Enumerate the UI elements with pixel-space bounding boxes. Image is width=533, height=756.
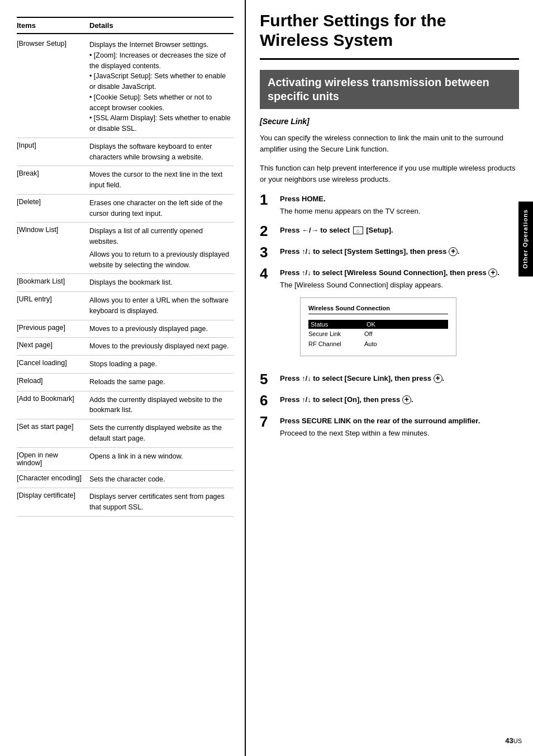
step-4: 4 Press ↑/↓ to select [Wireless Sound Co… [260,267,519,365]
item-name: [Open in new window] [17,451,89,467]
table-row: [Display certificate] Displays server ce… [17,488,234,517]
item-detail: Moves the cursor to the next line in the… [89,169,234,191]
item-name: [Set as start page] [17,423,89,444]
step-title: Press SECURE LINK on the rear of the sur… [280,415,519,427]
table-row: [Open in new window] Opens a link in a n… [17,448,234,471]
intro-text-1: You can specify the wireless connection … [260,133,519,155]
item-detail: Displays server certificates sent from p… [89,492,234,513]
table-row: [Character encoding] Sets the character … [17,471,234,489]
step-3: 3 Press ↑/↓ to select [System Settings],… [260,246,519,259]
col-items-header: Items [17,21,89,30]
item-detail: Moves to a previously displayed page. [89,324,234,334]
step-content: Press ↑/↓ to select [On], then press +. [280,394,519,405]
step-title: Press HOME. [280,193,519,205]
item-name: [Cancel loading] [17,359,89,370]
table-row: [Reload] Reloads the same page. [17,374,234,391]
item-name: [Previous page] [17,324,89,334]
step-number: 3 [260,245,280,259]
step-desc: The [Wireless Sound Connection] display … [280,280,519,291]
step-title: Press ↑/↓ to select [Secure Link], then … [280,373,519,384]
step-number: 7 [260,414,280,429]
table-row: [Next page] Moves to the previously disp… [17,338,234,356]
item-name: [Character encoding] [17,474,89,485]
item-detail: Erases one character on the left side of… [89,198,234,219]
item-detail: Displays the Internet Browser settings. … [89,40,234,134]
step-content: Press ↑/↓ to select [Secure Link], then … [280,373,519,384]
screen-row-secure-link: Secure Link Off [308,329,448,339]
item-name: [Window List] [17,226,89,270]
list-item: [JavaScript Setup]: Sets whether to enab… [89,71,234,92]
left-column: Items Details [Browser Setup] Displays t… [0,0,246,756]
item-detail: Displays the bookmark list. [89,277,234,288]
item-detail: Allows you to enter a URL when the softw… [89,295,234,316]
item-detail: Displays a list of all currently opened … [89,226,234,270]
item-name: [Reload] [17,377,89,388]
item-name: [Next page] [17,341,89,352]
screen-row-rf-channel: RF Channel Auto [308,339,448,349]
item-name: [Delete] [17,198,89,219]
item-detail: Moves to the previously displayed next p… [89,341,234,352]
table-row: [Delete] Erases one character on the lef… [17,195,234,223]
steps-container: 1 Press HOME. The home menu appears on t… [260,193,519,439]
chapter-title: Further Settings for the Wireless System [260,11,519,60]
circle-plus-icon: + [434,374,442,383]
item-name: [Input] [17,141,89,163]
step-content: Press ←/→ to select ⌂ [Setup]. [280,225,519,236]
step-desc: The home menu appears on the TV screen. [280,206,519,217]
step-6: 6 Press ↑/↓ to select [On], then press +… [260,394,519,408]
col-details-header: Details [89,21,234,30]
sub-heading: [Secure Link] [260,117,519,126]
table-row: [Cancel loading] Stops loading a page. [17,356,234,374]
table-row: [Set as start page] Sets the currently d… [17,419,234,448]
table-row: [Add to Bookmark] Adds the currently dis… [17,391,234,420]
item-name: [URL entry] [17,295,89,316]
step-title: Press ↑/↓ to select [System Settings], t… [280,246,519,257]
list-item: [Cookie Setup]: Sets whether or not to a… [89,92,234,114]
screen-mockup: Wireless Sound Connection Status OK Secu… [300,297,456,356]
screen-row-status: Status OK [308,320,448,329]
table-row: [Previous page] Moves to a previously di… [17,320,234,338]
item-detail: Stops loading a page. [89,359,234,370]
item-name: [Display certificate] [17,492,89,513]
item-detail: Sets the currently displayed website as … [89,423,234,444]
side-tab: Other Operations [518,201,533,276]
item-name: [Bookmark List] [17,277,89,288]
item-name: [Browser Setup] [17,40,89,134]
table-row: [Bookmark List] Displays the bookmark li… [17,274,234,292]
circle-plus-icon: + [449,247,458,256]
step-title: Press ↑/↓ to select [On], then press +. [280,394,519,405]
step-content: Press HOME. The home menu appears on the… [280,193,519,217]
step-number: 6 [260,393,280,408]
step-5: 5 Press ↑/↓ to select [Secure Link], the… [260,373,519,386]
step-number: 1 [260,192,280,207]
circle-plus-icon: + [402,395,411,404]
step-1: 1 Press HOME. The home menu appears on t… [260,193,519,217]
table-row: [Break] Moves the cursor to the next lin… [17,166,234,195]
step-content: Press ↑/↓ to select [System Settings], t… [280,246,519,257]
item-detail: Adds the currently displayed website to … [89,395,234,416]
step-number: 2 [260,224,280,238]
step-title: Press ↑/↓ to select [Wireless Sound Conn… [280,267,519,278]
step-7: 7 Press SECURE LINK on the rear of the s… [260,415,519,439]
items-table: Items Details [Browser Setup] Displays t… [17,17,234,517]
table-row: [Browser Setup] Displays the Internet Br… [17,36,234,138]
bullet-list: [Zoom]: Increases or decreases the size … [89,50,234,134]
item-detail: Opens a link in a new window. [89,451,234,467]
item-detail: Displays the software keyboard to enter … [89,141,234,163]
circle-plus-icon: + [488,268,497,277]
step-desc: Proceed to the next Step within a few mi… [280,428,519,439]
section-heading: Activating wireless transmission between… [260,70,519,109]
item-name: [Break] [17,169,89,191]
screen-title: Wireless Sound Connection [308,305,448,314]
table-row: [URL entry] Allows you to enter a URL wh… [17,292,234,320]
item-detail: Sets the character code. [89,474,234,485]
step-2: 2 Press ←/→ to select ⌂ [Setup]. [260,225,519,238]
page-container: Items Details [Browser Setup] Displays t… [0,0,533,756]
intro-text-2: This function can help prevent interfere… [260,163,519,185]
step-content: Press ↑/↓ to select [Wireless Sound Conn… [280,267,519,365]
table-row: [Input] Displays the software keyboard t… [17,138,234,167]
item-detail: Reloads the same page. [89,377,234,388]
step-content: Press SECURE LINK on the rear of the sur… [280,415,519,439]
step-number: 4 [260,266,280,281]
step-number: 5 [260,372,280,386]
